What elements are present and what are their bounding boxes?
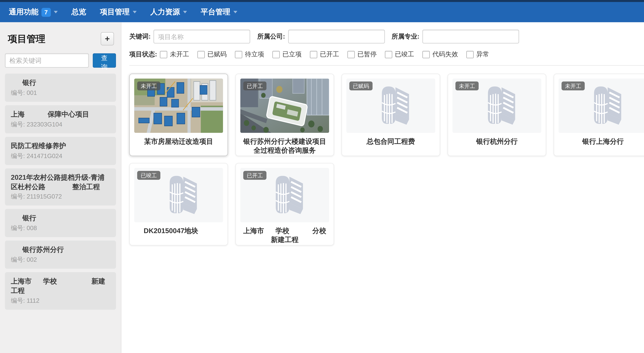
- status-checkbox[interactable]: [160, 51, 168, 58]
- sidebar-search-input[interactable]: [5, 53, 89, 68]
- status-option[interactable]: 已立项: [272, 50, 302, 59]
- project-name: 银行: [11, 78, 110, 87]
- sidebar-project-item[interactable]: 银行编号: 008: [5, 209, 116, 237]
- status-option[interactable]: 已赋码: [198, 50, 227, 59]
- project-management-app: 通用功能7总览项目管理人力资源平台管理 项目管理 + 查询 银行编号: 001上…: [0, 0, 644, 353]
- project-card-title: 总包合同工程费: [346, 137, 435, 146]
- project-card-image: 未开工: [452, 79, 541, 133]
- nav-item-label: 通用功能: [9, 7, 38, 17]
- nav-item-label: 平台管理: [201, 7, 230, 17]
- status-option[interactable]: 待立项: [235, 50, 264, 59]
- status-checkbox[interactable]: [198, 51, 205, 58]
- project-card-title: 银行苏州分行大楼建设项目全过程造价咨询服务: [240, 137, 329, 155]
- nav-item-label: 项目管理: [100, 7, 130, 17]
- nav-item-project-management[interactable]: 项目管理: [93, 2, 144, 22]
- project-card-image: 未开工: [558, 79, 644, 133]
- company-label: 所属公司:: [257, 32, 285, 41]
- nav-item-label: 总览: [71, 7, 86, 17]
- project-card[interactable]: 未开工银行上海分行: [554, 74, 644, 156]
- project-status-badge: 已赋码: [349, 82, 372, 91]
- status-filter-row: 项目状态: 未开工已赋码待立项已立项已开工已暂停已竣工代码失效异常 相关项目共8…: [129, 50, 644, 59]
- project-card-image: 未开工: [134, 79, 223, 133]
- project-code: 编号: 002: [11, 256, 110, 264]
- sidebar-title: 项目管理: [8, 32, 45, 45]
- status-option-label: 已开工: [320, 50, 339, 59]
- project-status-badge: 未开工: [137, 82, 160, 91]
- project-card-image: 已开工: [240, 168, 329, 222]
- project-card-title: 某市房屋动迁改造项目: [134, 137, 223, 146]
- nav-item-general-functions[interactable]: 通用功能7: [2, 2, 64, 22]
- status-option-label: 已赋码: [207, 50, 226, 59]
- project-card[interactable]: 已开工上海市 学校 分校 新建工程: [235, 163, 334, 245]
- status-option-label: 代码失效: [432, 50, 458, 59]
- keyword-label: 关键词:: [129, 32, 151, 41]
- project-status-badge: 未开工: [456, 82, 478, 91]
- status-option-label: 已暂停: [358, 50, 376, 59]
- project-card-title: 银行上海分行: [558, 137, 644, 146]
- status-option-label: 未开工: [170, 50, 189, 59]
- project-card-title: 上海市 学校 分校 新建工程: [240, 226, 329, 245]
- project-card-image: 已赋码: [346, 79, 435, 133]
- project-card-image: 已竣工: [134, 168, 223, 222]
- sidebar-project-item[interactable]: 银行编号: 001: [5, 74, 116, 102]
- sidebar-project-item[interactable]: 2021年农村公路提档升级-青浦区杜村公路 整治工程编号: 211915G072: [5, 168, 116, 206]
- top-navbar: 通用功能7总览项目管理人力资源平台管理: [0, 0, 644, 22]
- filter-row: 关键词: 所属公司: 所属专业:: [129, 30, 644, 44]
- project-code: 编号: 1112: [11, 297, 110, 305]
- status-label: 项目状态:: [129, 50, 157, 59]
- sidebar: 项目管理 + 查询 银行编号: 001上海 保障中心项目编号: 232303G1…: [0, 22, 121, 353]
- status-option[interactable]: 已暂停: [348, 50, 376, 59]
- nav-item-label: 人力资源: [150, 7, 180, 17]
- main-content: 关键词: 所属公司: 所属专业:: [121, 22, 644, 245]
- nav-item-platform-management[interactable]: 平台管理: [194, 2, 244, 22]
- status-option[interactable]: 异常: [466, 50, 489, 59]
- nav-item-overview[interactable]: 总览: [64, 2, 93, 22]
- status-option-label: 已立项: [282, 50, 302, 59]
- chevron-down-icon: [54, 11, 58, 13]
- sidebar-project-item[interactable]: 上海市 学校 新建工程编号: 1112: [5, 272, 116, 310]
- status-option[interactable]: 已竣工: [385, 50, 414, 59]
- project-name: 上海 保障中心项目: [11, 110, 110, 119]
- sidebar-query-button[interactable]: 查询: [93, 53, 116, 68]
- status-checkbox[interactable]: [385, 51, 392, 58]
- status-checkbox[interactable]: [235, 51, 242, 58]
- project-card[interactable]: 已开工银行苏州分行大楼建设项目全过程造价咨询服务: [235, 74, 334, 156]
- project-name: 民防工程维修养护: [11, 141, 110, 150]
- keyword-input[interactable]: [154, 30, 250, 44]
- status-checkbox[interactable]: [348, 51, 355, 58]
- status-option[interactable]: 代码失效: [422, 50, 458, 59]
- nav-item-human-resources[interactable]: 人力资源: [144, 2, 194, 22]
- sidebar-project-item[interactable]: 民防工程维修养护编号: 241471G024: [5, 137, 116, 165]
- project-status-badge: 已开工: [243, 171, 266, 180]
- project-name: 上海市 学校 新建工程: [11, 277, 110, 295]
- project-code: 编号: 241471G024: [11, 152, 110, 160]
- status-option[interactable]: 未开工: [160, 50, 189, 59]
- status-option-label: 待立项: [245, 50, 264, 59]
- project-code: 编号: 001: [11, 89, 110, 97]
- project-name: 银行: [11, 214, 110, 223]
- project-status-badge: 已竣工: [137, 171, 160, 180]
- project-card[interactable]: 已赋码总包合同工程费: [342, 74, 440, 156]
- status-checkbox[interactable]: [466, 51, 474, 58]
- major-input[interactable]: [422, 30, 519, 44]
- project-card-title: 银行杭州分行: [452, 137, 541, 146]
- project-card-grid: 未开工某市房屋动迁改造项目 已开工银行苏州分行: [129, 66, 644, 245]
- sidebar-project-item[interactable]: 银行苏州分行编号: 002: [5, 241, 116, 269]
- chevron-down-icon: [132, 11, 136, 13]
- status-option[interactable]: 已开工: [310, 50, 339, 59]
- status-checkbox-list: 未开工已赋码待立项已立项已开工已暂停已竣工代码失效异常: [160, 50, 498, 59]
- project-card[interactable]: 未开工银行杭州分行: [448, 74, 546, 156]
- company-input[interactable]: [288, 30, 385, 44]
- project-code: 编号: 008: [11, 224, 110, 233]
- major-label: 所属专业:: [392, 32, 420, 41]
- status-checkbox[interactable]: [422, 51, 430, 58]
- project-card[interactable]: 未开工某市房屋动迁改造项目: [129, 74, 228, 156]
- project-name: 银行苏州分行: [11, 245, 110, 254]
- project-card[interactable]: 已竣工DK20150047地块: [129, 163, 228, 245]
- chevron-down-icon: [233, 11, 237, 13]
- status-checkbox[interactable]: [310, 51, 317, 58]
- sidebar-add-button[interactable]: +: [101, 32, 114, 45]
- status-checkbox[interactable]: [272, 51, 280, 58]
- project-code: 编号: 211915G072: [11, 193, 110, 201]
- sidebar-project-item[interactable]: 上海 保障中心项目编号: 232303G104: [5, 105, 116, 133]
